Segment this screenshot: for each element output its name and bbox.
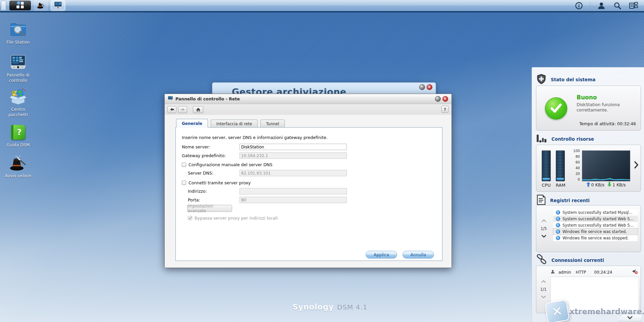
info-icon[interactable]: [574, 1, 584, 11]
desktop-icon-avvio-veloce[interactable]: Avvio veloce: [2, 154, 34, 179]
upload-speed: 0 KB/s: [591, 182, 604, 187]
network-usage-chart: [582, 150, 630, 181]
log-row[interactable]: System successfully started Mysql...: [553, 209, 638, 216]
tab-bar: Generale Interfaccia di rete Tunnel: [176, 120, 285, 128]
package-center-icon: [9, 88, 28, 105]
show-desktop-button[interactable]: [1, 1, 6, 10]
resource-monitor-card: CPU RAM 100 80 60 40 20 0 0 KB/s: [536, 145, 641, 192]
log-pager-count: 1/5: [541, 226, 547, 231]
indirizzo-label: Indirizzo:: [188, 189, 239, 194]
axis-tick: 0: [571, 177, 580, 181]
forward-button[interactable]: [178, 106, 187, 113]
bypass-checkbox-row: Bypassa server proxy per indirizzi local…: [188, 216, 278, 221]
log-pager: 1/5: [536, 205, 551, 252]
control-panel-desktop-icon: [9, 54, 28, 71]
server-dns-input: [239, 170, 347, 176]
user-icon: [550, 269, 555, 275]
home-icon: [196, 107, 201, 112]
nome-server-label: Nome server:: [182, 144, 239, 149]
desktop-icon-pannello-controllo[interactable]: Pannello di controllo: [2, 54, 34, 83]
server-dns-label: Server DNS:: [188, 171, 239, 176]
search-icon[interactable]: [612, 1, 623, 11]
log-row[interactable]: System successfully started Web S...: [553, 216, 638, 222]
desktop-icon-centro-pacchetti[interactable]: Centro pacchetti: [2, 88, 34, 117]
control-panel-icon: [53, 1, 63, 10]
gateway-label: Gateway predefinito:: [182, 153, 239, 158]
pilot-view-icon[interactable]: [629, 1, 639, 11]
checkbox-unchecked-icon[interactable]: [182, 163, 186, 167]
user-icon[interactable]: [596, 1, 606, 11]
log-row[interactable]: Windows file service was stopped.: [553, 235, 638, 241]
porta-label: Porta:: [188, 197, 239, 202]
info-icon: [556, 223, 560, 227]
watermark: xtremehardware.com: [546, 301, 644, 322]
desktop-icon-file-station[interactable]: File Station: [2, 21, 34, 45]
chevron-up-icon[interactable]: [541, 279, 546, 284]
checkbox-unchecked-icon[interactable]: [182, 181, 186, 185]
minimize-button[interactable]: [435, 96, 441, 102]
porta-input: [239, 197, 347, 203]
widget-title: Controllo risorse: [551, 136, 594, 142]
log-text: System successfully started Web S...: [562, 223, 634, 228]
desktop-icon-label: Centro pacchetti: [2, 107, 34, 117]
back-button[interactable]: [167, 106, 176, 113]
dns-manual-label: Configurazione manuale del server DNS: [189, 162, 272, 167]
main-menu-button[interactable]: [9, 1, 31, 10]
widget-title: Connessioni correnti: [551, 258, 604, 263]
chain-link-icon: [536, 254, 547, 266]
taskbar-item-avvio-veloce[interactable]: [34, 1, 48, 10]
nome-server-input[interactable]: [239, 144, 347, 150]
connection-user: admin: [558, 270, 571, 275]
connections-pager-count: 1/1: [540, 287, 547, 292]
dsm-logo: Synology DSM 4.1: [292, 303, 367, 311]
taskbar-separator: [590, 2, 590, 10]
shield-icon: [536, 74, 547, 85]
info-icon: [556, 236, 560, 240]
upload-arrow-icon: [586, 182, 590, 188]
annulla-button[interactable]: Annulla: [402, 251, 434, 259]
connection-row[interactable]: admin HTTP 00:24:24: [550, 269, 639, 275]
info-icon: [556, 229, 560, 234]
dialog-titlebar[interactable]: Pannello di controllo - Rete: [165, 94, 451, 104]
status-text: Buono: [577, 94, 597, 101]
download-speed: 1 KB/s: [612, 182, 626, 187]
disconnect-icon[interactable]: [632, 269, 638, 275]
cpu-label: CPU: [542, 183, 551, 188]
log-text: System successfully started Mysql...: [562, 210, 633, 215]
desktop-icon-label: Pannello di controllo: [2, 73, 34, 83]
status-description: DiskStation funziona correttamente.: [577, 102, 634, 112]
chevron-up-icon[interactable]: [541, 219, 546, 223]
log-row[interactable]: System successfully started Web S...: [553, 222, 638, 228]
axis-tick: 20: [571, 172, 580, 176]
recent-logs-card: 1/5 System successfully started Mysql...…: [536, 205, 641, 252]
download-arrow-icon: [607, 182, 611, 188]
proxy-checkbox-row[interactable]: Connetti tramite server proxy: [182, 180, 251, 185]
desktop: File Station Pannello di controllo: [0, 0, 644, 322]
taskbar-item-pannello-controllo[interactable]: [51, 1, 65, 10]
desktop-icon-label: File Station: [2, 40, 34, 45]
tab-tunnel[interactable]: Tunnel: [260, 120, 285, 128]
chevron-right-icon[interactable]: [634, 161, 639, 170]
dns-manual-checkbox-row[interactable]: Configurazione manuale del server DNS: [182, 162, 272, 167]
gateway-input: [239, 152, 347, 159]
chevron-down-icon[interactable]: [541, 295, 546, 300]
tab-interfaccia-di-rete[interactable]: Interfaccia di rete: [211, 120, 258, 128]
help-book-icon: [9, 124, 28, 141]
connection-time: 00:24:24: [594, 270, 612, 275]
help-button[interactable]: ?: [441, 106, 448, 113]
axis-tick: 60: [571, 160, 580, 164]
tab-generale[interactable]: Generale: [176, 119, 208, 128]
applica-button[interactable]: Applica: [366, 251, 397, 259]
close-icon[interactable]: [427, 84, 432, 90]
desktop-icon-guida-dsm[interactable]: Guida DSM: [2, 124, 34, 148]
ram-label: RAM: [556, 183, 565, 188]
close-icon[interactable]: [442, 96, 448, 102]
magic-hat-icon: [37, 1, 45, 10]
minimize-button[interactable]: [419, 84, 425, 90]
home-button[interactable]: [193, 106, 203, 113]
log-list: System successfully started Mysql... Sys…: [553, 209, 638, 241]
chevron-down-icon[interactable]: [541, 234, 546, 239]
watermark-text: xtremehardware.com: [570, 307, 644, 316]
log-row[interactable]: Windows file service was started.: [553, 228, 638, 235]
axis-tick: 80: [571, 154, 580, 158]
